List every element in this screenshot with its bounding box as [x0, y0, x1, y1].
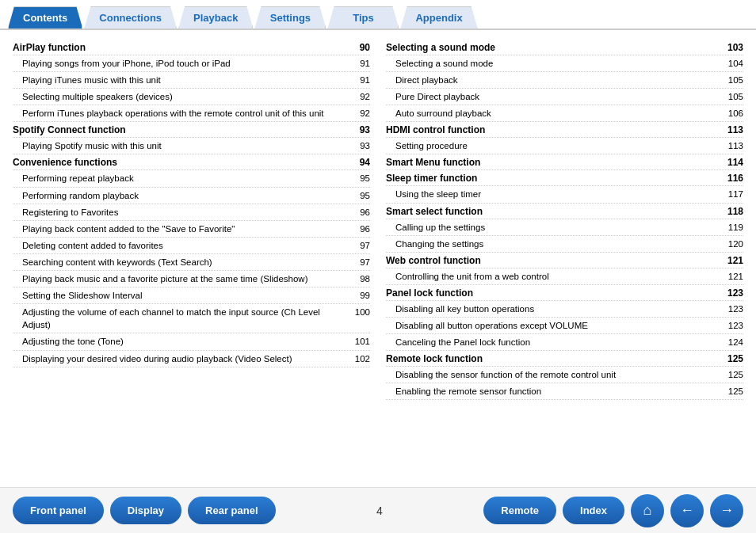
section-panel-lock-label: Panel lock function [386, 287, 473, 299]
display-button[interactable]: Display [110, 497, 181, 524]
tab-connections[interactable]: Connections [84, 6, 177, 29]
section-panel-lock: Panel lock function 123 [386, 285, 743, 301]
list-item: Playing iTunes music with this unit 91 [13, 72, 370, 89]
list-item: Using the sleep timer 117 [386, 186, 743, 203]
section-spotify-label: Spotify Connect function [13, 124, 126, 135]
section-smart-select: Smart select function 118 [386, 204, 743, 219]
section-panel-lock-page: 123 [727, 287, 743, 299]
home-button[interactable]: ⌂ [631, 494, 664, 527]
list-item: Disabling the sensor function of the rem… [386, 367, 743, 383]
section-web-control-label: Web control function [386, 255, 481, 266]
remote-button[interactable]: Remote [483, 497, 556, 524]
list-item: Perform iTunes playback operations with … [13, 105, 370, 122]
list-item: Playing songs from your iPhone, iPod tou… [13, 55, 370, 72]
right-column: Selecting a sound mode 103 Selecting a s… [386, 40, 743, 462]
rear-panel-button[interactable]: Rear panel [188, 497, 275, 524]
section-convenience-page: 94 [360, 157, 370, 168]
list-item: Direct playback 105 [386, 72, 743, 89]
tab-appendix[interactable]: Appendix [400, 6, 477, 29]
list-item: Canceling the Panel lock function 124 [386, 334, 743, 351]
section-airplay-page: 90 [360, 42, 370, 53]
list-item: Performing random playback 95 [13, 188, 370, 204]
list-item: Playing Spotify music with this unit 93 [13, 138, 370, 154]
list-item: Playing back content added to the "Save … [13, 221, 370, 238]
list-item: Performing repeat playback 95 [13, 170, 370, 187]
bottom-nav-right: Remote Index ⌂ ← → [483, 494, 743, 527]
list-item: Registering to Favorites 96 [13, 204, 370, 221]
list-item: Setting procedure 113 [386, 138, 743, 154]
section-sleep-timer-page: 116 [727, 173, 743, 184]
section-sound-mode-label: Selecting a sound mode [386, 42, 495, 53]
section-sleep-timer: Sleep timer function 116 [386, 170, 743, 186]
top-navigation: Contents Connections Playback Settings T… [0, 0, 756, 30]
section-airplay: AirPlay function 90 [13, 40, 370, 55]
section-web-control: Web control function 121 [386, 253, 743, 268]
list-item: Displaying your desired video during aud… [13, 351, 370, 367]
tab-playback[interactable]: Playback [178, 6, 253, 29]
section-sleep-timer-label: Sleep timer function [386, 173, 477, 184]
section-remote-lock-page: 125 [727, 353, 743, 364]
section-spotify: Spotify Connect function 93 [13, 122, 370, 138]
section-smart-select-page: 118 [727, 206, 743, 217]
list-item: Selecting a sound mode 104 [386, 55, 743, 72]
list-item: Disabling all button operations except V… [386, 318, 743, 334]
page-number: 4 [368, 504, 391, 517]
section-convenience-label: Convenience functions [13, 157, 117, 168]
list-item: Pure Direct playback 105 [386, 89, 743, 105]
section-smart-menu-label: Smart Menu function [386, 157, 480, 168]
section-hdmi-page: 113 [727, 124, 743, 135]
list-item: Adjusting the tone (Tone) 101 [13, 333, 370, 350]
section-smart-menu-page: 114 [727, 157, 743, 168]
section-hdmi-label: HDMI control function [386, 124, 485, 135]
section-remote-lock: Remote lock function 125 [386, 351, 743, 367]
list-item: Enabling the remote sensor function 125 [386, 383, 743, 400]
list-item: Controlling the unit from a web control … [386, 268, 743, 285]
section-sound-mode: Selecting a sound mode 103 [386, 40, 743, 55]
list-item: Searching content with keywords (Text Se… [13, 254, 370, 271]
section-spotify-page: 93 [360, 124, 370, 135]
list-item: Auto surround playback 106 [386, 105, 743, 122]
list-item: Adjusting the volume of each channel to … [13, 304, 370, 333]
left-column: AirPlay function 90 Playing songs from y… [13, 40, 370, 462]
section-airplay-label: AirPlay function [13, 42, 86, 53]
section-smart-select-label: Smart select function [386, 206, 483, 217]
front-panel-button[interactable]: Front panel [13, 497, 104, 524]
main-content: AirPlay function 90 Playing songs from y… [0, 30, 756, 468]
bottom-nav-left: Front panel Display Rear panel [13, 497, 276, 524]
back-button[interactable]: ← [670, 494, 704, 527]
list-item: Disabling all key button operations 123 [386, 301, 743, 318]
index-button[interactable]: Index [563, 497, 624, 524]
section-web-control-page: 121 [727, 255, 743, 266]
bottom-navigation: Front panel Display Rear panel 4 Remote … [0, 487, 756, 533]
section-smart-menu: Smart Menu function 114 [386, 154, 743, 170]
tab-tips[interactable]: Tips [327, 6, 399, 29]
section-convenience: Convenience functions 94 [13, 154, 370, 170]
list-item: Deleting content added to favorites 97 [13, 238, 370, 254]
list-item: Changing the settings 120 [386, 236, 743, 253]
section-hdmi: HDMI control function 113 [386, 122, 743, 138]
tab-settings[interactable]: Settings [254, 6, 326, 29]
tab-contents[interactable]: Contents [8, 6, 82, 29]
list-item: Setting the Slideshow Interval 99 [13, 287, 370, 304]
forward-button[interactable]: → [710, 494, 743, 527]
list-item: Calling up the settings 119 [386, 219, 743, 236]
section-sound-mode-page: 103 [727, 42, 743, 53]
list-item: Playing back music and a favorite pictur… [13, 271, 370, 287]
list-item: Selecting multiple speakers (devices) 92 [13, 89, 370, 105]
section-remote-lock-label: Remote lock function [386, 353, 483, 364]
